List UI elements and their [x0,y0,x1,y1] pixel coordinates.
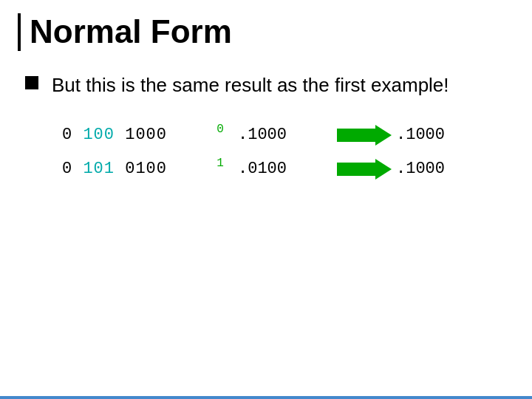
code-row-2: 0 101 0100 [62,160,210,178]
arrow-head-1 [375,125,392,146]
bullet-text: But this is the same result as the first… [52,72,449,98]
row1-cyan: 100 [83,126,115,144]
arrow-line-2 [337,163,375,176]
code-row-1: 0 100 1000 [62,126,210,144]
row1-exponent: 0 [210,123,231,136]
row2-prefix: 0 [62,160,83,178]
row1-mantissa: 1000 [115,126,167,144]
example-row-2: 0 101 0100 1 .0100 .1000 [62,159,514,180]
bullet-icon [25,76,38,89]
arrow-line-1 [337,129,375,142]
arrow-head-2 [375,159,392,180]
examples-area: 0 100 1000 0 .1000 .1000 0 101 0100 1 .0… [18,125,514,180]
example-row-1: 0 100 1000 0 .1000 .1000 [62,125,514,146]
page-title: Normal Form [18,13,514,51]
row1-result: .1000 [396,126,445,144]
row2-arrow: .1000 [337,159,445,180]
bottom-border-line [0,396,532,399]
arrow-body-2 [337,159,392,180]
row1-arrow: .1000 [337,125,445,146]
row1-prefix: 0 [62,126,83,144]
row2-cyan: 101 [83,160,115,178]
row2-mantissa: 0100 [115,160,167,178]
row2-result: .1000 [396,160,445,178]
page-container: Normal Form But this is the same result … [0,0,532,399]
row2-decimal: .0100 [238,160,319,178]
bullet-section: But this is the same result as the first… [18,72,514,98]
row1-decimal: .1000 [238,126,319,144]
row2-exponent: 1 [210,157,231,170]
arrow-body-1 [337,125,392,146]
